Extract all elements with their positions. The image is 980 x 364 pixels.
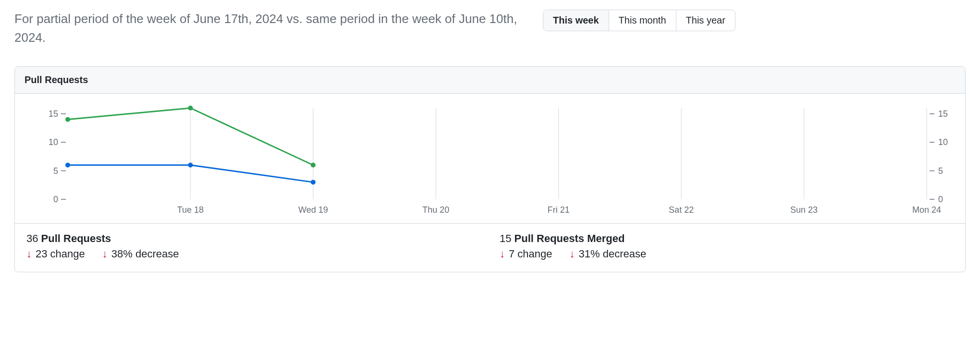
- line-chart: Tue 18Wed 19Thu 20Fri 21Sat 22Sun 23Mon …: [15, 94, 965, 223]
- pull-requests-panel: Pull Requests Tue 18Wed 19Thu 20Fri 21Sa…: [14, 66, 966, 272]
- stat-pr-change-abs: ↓ 23 change: [26, 248, 85, 260]
- svg-text:10: 10: [938, 137, 948, 147]
- svg-text:0: 0: [938, 194, 943, 204]
- stat-pr-change-abs-text: 23 change: [36, 248, 85, 260]
- arrow-down-icon: ↓: [500, 249, 505, 259]
- svg-point-35: [311, 180, 316, 184]
- period-description: For partial period of the week of June 1…: [14, 10, 524, 47]
- svg-point-32: [311, 163, 316, 168]
- svg-text:15: 15: [938, 109, 948, 119]
- svg-text:Thu 20: Thu 20: [422, 205, 449, 215]
- svg-text:Sun 23: Sun 23: [790, 205, 818, 215]
- tab-this-month[interactable]: This month: [609, 10, 676, 31]
- arrow-down-icon: ↓: [102, 249, 108, 259]
- svg-point-30: [65, 117, 70, 122]
- svg-text:0: 0: [53, 194, 58, 204]
- svg-point-33: [65, 163, 70, 168]
- stat-merged: 15 Pull Requests Merged ↓ 7 change ↓ 31%…: [500, 232, 954, 260]
- stat-merged-change-pct: ↓ 31% decrease: [570, 248, 647, 260]
- stat-merged-change-pct-text: 31% decrease: [579, 248, 647, 260]
- svg-text:Mon 24: Mon 24: [912, 205, 941, 215]
- time-range-segmented-control: This week This month This year: [543, 10, 735, 31]
- stat-pr-change-pct: ↓ 38% decrease: [102, 248, 179, 260]
- svg-text:Fri 21: Fri 21: [548, 205, 570, 215]
- stat-merged-change-abs: ↓ 7 change: [500, 248, 552, 260]
- stat-pr-change-pct-text: 38% decrease: [111, 248, 179, 260]
- stat-merged-count: 15: [500, 232, 511, 244]
- arrow-down-icon: ↓: [570, 249, 575, 259]
- svg-text:15: 15: [49, 109, 58, 119]
- svg-text:10: 10: [49, 137, 58, 147]
- svg-point-34: [188, 163, 193, 168]
- tab-this-year[interactable]: This year: [676, 10, 735, 31]
- svg-text:Wed 19: Wed 19: [298, 205, 328, 215]
- panel-title: Pull Requests: [15, 67, 965, 94]
- stat-merged-label: Pull Requests Merged: [514, 232, 625, 244]
- svg-point-31: [188, 106, 193, 110]
- stat-pull-requests: 36 Pull Requests ↓ 23 change ↓ 38% decre…: [26, 232, 480, 260]
- svg-text:Tue 18: Tue 18: [177, 205, 204, 215]
- stat-pr-count: 36: [26, 232, 38, 244]
- stat-pr-label: Pull Requests: [41, 232, 111, 244]
- stat-merged-change-abs-text: 7 change: [509, 248, 552, 260]
- svg-text:Sat 22: Sat 22: [669, 205, 694, 215]
- tab-this-week[interactable]: This week: [543, 10, 609, 31]
- arrow-down-icon: ↓: [26, 249, 32, 259]
- chart-area: Tue 18Wed 19Thu 20Fri 21Sat 22Sun 23Mon …: [15, 94, 965, 223]
- stats-row: 36 Pull Requests ↓ 23 change ↓ 38% decre…: [15, 223, 965, 272]
- svg-text:5: 5: [938, 166, 943, 176]
- svg-text:5: 5: [53, 166, 58, 176]
